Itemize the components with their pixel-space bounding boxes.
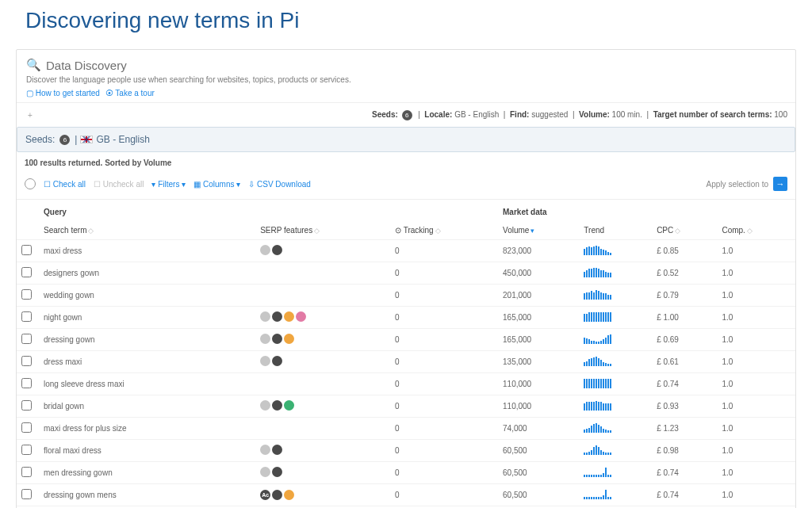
cell-cpc: £ 1.23	[652, 418, 717, 440]
serp-feature-icon	[260, 467, 270, 477]
table-row: floral maxi dress 0 60,500 £ 0.98 1.0	[17, 440, 795, 462]
cell-comp: 1.0	[717, 484, 795, 506]
serp-feature-icon	[260, 356, 270, 366]
cell-volume: 165,000	[498, 329, 579, 351]
take-tour-link[interactable]: ⦿ Take a tour	[105, 89, 155, 97]
cell-term[interactable]: designers gown	[39, 262, 255, 285]
add-seed-button[interactable]: +	[25, 109, 36, 120]
serp-feature-icon	[272, 445, 282, 455]
row-checkbox[interactable]	[21, 356, 32, 366]
serp-feature-icon	[296, 311, 306, 322]
col-search-term[interactable]: Search term◇	[39, 221, 255, 240]
cell-volume: 135,000	[498, 351, 579, 373]
cell-tracking: 0	[390, 351, 498, 373]
cell-term[interactable]: dressing gown mens	[39, 484, 255, 506]
cell-serp	[255, 395, 390, 418]
row-checkbox[interactable]	[21, 489, 32, 499]
status-bar: + Seeds: 6 | Locale: GB - English | Find…	[17, 102, 795, 127]
cell-cpc: £ 0.61	[652, 351, 717, 373]
trend-sparkline	[584, 490, 611, 499]
cell-cpc: £ 0.69	[652, 329, 717, 351]
cell-term[interactable]: night gown	[39, 307, 255, 329]
cell-term[interactable]: wedding gown	[39, 285, 255, 307]
row-checkbox[interactable]	[21, 400, 32, 411]
serp-feature-icon	[284, 400, 294, 411]
cell-serp	[255, 351, 390, 373]
seed-summary-bar: Seeds: 6 | GB - English	[17, 127, 795, 152]
cell-term[interactable]: dress maxi	[39, 351, 255, 373]
cell-serp	[255, 329, 390, 351]
cell-term[interactable]: bridal gown	[39, 395, 255, 418]
row-checkbox[interactable]	[21, 378, 32, 388]
cell-volume: 201,000	[498, 285, 579, 307]
columns-button[interactable]: ▦ Columns ▾	[193, 180, 240, 189]
results-table: Query Market data Search term◇ SERP feat…	[17, 200, 795, 508]
cell-term[interactable]: maxi dress for plus size	[39, 418, 255, 440]
cell-cpc: £ 0.85	[652, 240, 717, 262]
col-serp[interactable]: SERP features◇	[255, 221, 390, 240]
serp-feature-icon	[260, 334, 270, 344]
uk-flag-icon	[80, 136, 93, 143]
results-toolbar: ☐ Check all ☐ Uncheck all ▾ Filters ▾ ▦ …	[17, 174, 795, 200]
row-checkbox[interactable]	[21, 467, 32, 477]
cell-term[interactable]: floral maxi dress	[39, 440, 255, 462]
panel-title: Data Discovery	[46, 59, 127, 72]
cell-tracking: 0	[390, 462, 498, 484]
cell-tracking: 0	[390, 484, 498, 506]
cell-cpc: £ 0.74	[652, 484, 717, 506]
cell-cpc: £ 0.79	[652, 285, 717, 307]
trend-sparkline	[584, 246, 611, 255]
cell-cpc: £ 0.93	[652, 395, 717, 418]
row-checkbox[interactable]	[21, 245, 32, 255]
cell-serp	[255, 462, 390, 484]
filters-button[interactable]: ▾ Filters ▾	[151, 180, 186, 189]
col-volume[interactable]: Volume▾	[498, 221, 579, 240]
serp-feature-icon	[284, 311, 294, 322]
row-checkbox[interactable]	[21, 289, 32, 300]
row-checkbox[interactable]	[21, 445, 32, 455]
trend-sparkline	[584, 423, 611, 433]
cell-volume: 450,000	[498, 262, 579, 285]
cell-term[interactable]: maxi dress	[39, 240, 255, 262]
col-cpc[interactable]: CPC◇	[652, 221, 717, 240]
apply-go-button[interactable]: →	[773, 177, 787, 191]
cell-tracking: 0	[390, 440, 498, 462]
cell-term[interactable]: men dressing gown	[39, 462, 255, 484]
cell-serp	[255, 240, 390, 262]
serp-feature-icon	[272, 490, 282, 500]
cell-tracking: 0	[390, 262, 498, 285]
col-comp[interactable]: Comp.◇	[717, 221, 795, 240]
cell-term[interactable]: long sleeve dress maxi	[39, 373, 255, 395]
table-row: dressing gown mens Ac 0 60,500 £ 0.74 1.…	[17, 484, 795, 506]
cell-serp	[255, 418, 390, 440]
trend-sparkline	[584, 334, 611, 344]
uncheck-all-button[interactable]: ☐ Uncheck all	[94, 180, 144, 189]
row-checkbox[interactable]	[21, 267, 32, 277]
cell-tracking: 0	[390, 373, 498, 395]
cell-comp: 1.0	[717, 395, 795, 418]
cell-volume: 74,000	[498, 418, 579, 440]
trend-sparkline	[584, 268, 611, 277]
serp-feature-icon	[260, 400, 270, 411]
table-row: dressing gown 0 165,000 £ 0.69 1.0	[17, 329, 795, 351]
row-checkbox[interactable]	[21, 422, 32, 433]
row-checkbox[interactable]	[21, 334, 32, 344]
table-row: maxi dress for plus size 0 74,000 £ 1.23…	[17, 418, 795, 440]
cell-serp	[255, 307, 390, 329]
data-discovery-panel: 🔍 Data Discovery Discover the language p…	[16, 49, 796, 508]
cell-volume: 110,000	[498, 373, 579, 395]
cell-trend	[579, 395, 652, 418]
cell-cpc: £ 0.74	[652, 462, 717, 484]
cell-term[interactable]: dressing gown	[39, 329, 255, 351]
how-to-link[interactable]: ▢ How to get started	[26, 89, 100, 97]
row-checkbox[interactable]	[21, 311, 32, 322]
cell-comp: 1.0	[717, 351, 795, 373]
csv-download-button[interactable]: ⇩ CSV Download	[248, 180, 311, 189]
col-trend[interactable]: Trend	[579, 221, 652, 240]
col-tracking[interactable]: ⊙ Tracking◇	[390, 221, 498, 240]
check-all-button[interactable]: ☐ Check all	[44, 180, 86, 189]
table-row: designers gown 0 450,000 £ 0.52 1.0	[17, 262, 795, 285]
cell-trend	[579, 440, 652, 462]
bulk-select-icon[interactable]	[25, 178, 36, 189]
table-row: night gown 0 165,000 £ 1.00 1.0	[17, 307, 795, 329]
